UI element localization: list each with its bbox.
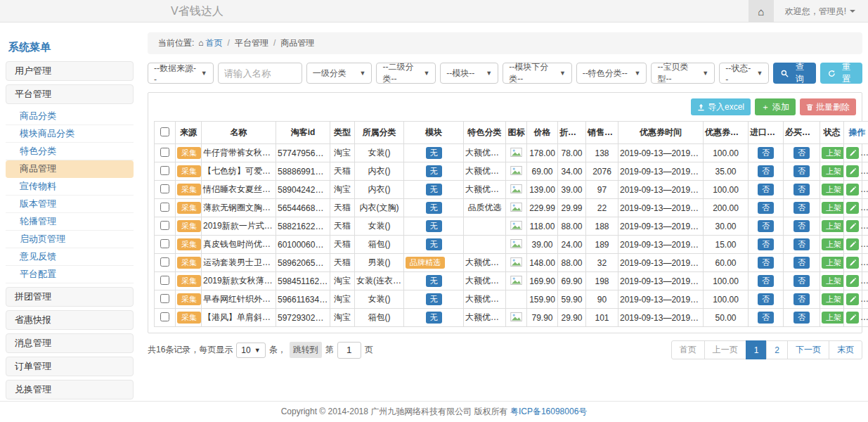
module-badge[interactable]: 无 bbox=[426, 147, 442, 159]
row-checkbox[interactable] bbox=[160, 148, 169, 157]
sidebar-link[interactable]: 模块商品分类 bbox=[6, 125, 134, 143]
per-page-select[interactable]: 10 ▼ bbox=[236, 343, 265, 358]
select-all-checkbox[interactable] bbox=[160, 127, 169, 136]
sidebar-section[interactable]: 兑换管理 bbox=[6, 380, 134, 399]
import-select-badge[interactable]: 否 bbox=[758, 257, 774, 269]
edit-button[interactable] bbox=[846, 165, 859, 177]
import-select-badge[interactable]: 否 bbox=[758, 293, 774, 305]
row-checkbox[interactable] bbox=[160, 166, 169, 175]
sidebar-link[interactable]: 商品分类 bbox=[6, 108, 134, 125]
import-select-badge[interactable]: 否 bbox=[758, 147, 774, 159]
import-select-badge[interactable]: 否 bbox=[758, 184, 774, 196]
must-buy-badge[interactable]: 否 bbox=[793, 220, 810, 232]
page-button[interactable]: 1 bbox=[746, 340, 767, 359]
module-badge[interactable]: 无 bbox=[426, 293, 442, 305]
status-badge[interactable]: 上架 bbox=[822, 165, 844, 177]
row-checkbox[interactable] bbox=[160, 312, 169, 321]
sidebar-section[interactable]: 平台管理 bbox=[6, 84, 134, 104]
filter-select[interactable]: --二级分类--▼ bbox=[376, 63, 436, 84]
status-badge[interactable]: 上架 bbox=[822, 275, 844, 287]
module-badge[interactable]: 无 bbox=[426, 312, 442, 324]
import-select-badge[interactable]: 否 bbox=[758, 275, 774, 287]
edit-button[interactable] bbox=[846, 147, 859, 159]
sidebar-link[interactable]: 启动页管理 bbox=[6, 231, 134, 248]
import-select-badge[interactable]: 否 bbox=[758, 202, 774, 214]
jump-button[interactable]: 跳转到 bbox=[290, 342, 322, 358]
status-badge[interactable]: 上架 bbox=[822, 147, 844, 159]
add-button[interactable]: ＋ 添加 bbox=[755, 98, 796, 115]
module-badge[interactable]: 无 bbox=[426, 184, 442, 196]
edit-button[interactable] bbox=[846, 238, 859, 250]
must-buy-badge[interactable]: 否 bbox=[793, 293, 810, 305]
sidebar-link[interactable]: 宣传物料 bbox=[6, 178, 134, 196]
status-badge[interactable]: 上架 bbox=[822, 202, 844, 214]
filter-select[interactable]: --状态--▼ bbox=[719, 63, 769, 84]
name-search-input[interactable] bbox=[218, 63, 302, 84]
module-badge[interactable]: 无 bbox=[426, 165, 442, 177]
sidebar-section[interactable]: 消息管理 bbox=[6, 333, 134, 353]
sidebar-link[interactable]: 商品管理 bbox=[6, 160, 134, 178]
edit-button[interactable] bbox=[846, 312, 859, 324]
status-badge[interactable]: 上架 bbox=[822, 184, 844, 196]
must-buy-badge[interactable]: 否 bbox=[793, 275, 810, 287]
sidebar-link[interactable]: 版本管理 bbox=[6, 196, 134, 213]
row-checkbox[interactable] bbox=[160, 221, 169, 230]
search-button[interactable]: 查询 bbox=[773, 63, 815, 84]
sidebar-section[interactable]: 用户管理 bbox=[6, 61, 134, 81]
status-badge[interactable]: 上架 bbox=[822, 293, 844, 305]
row-checkbox[interactable] bbox=[160, 184, 169, 193]
import-select-badge[interactable]: 否 bbox=[758, 165, 774, 177]
status-badge[interactable]: 上架 bbox=[822, 220, 844, 232]
home-icon[interactable]: ⌂ bbox=[749, 0, 774, 23]
edit-button[interactable] bbox=[846, 275, 859, 287]
status-badge[interactable]: 上架 bbox=[822, 312, 844, 324]
sidebar-link[interactable]: 特色分类 bbox=[6, 143, 134, 160]
row-checkbox[interactable] bbox=[160, 239, 169, 248]
status-badge[interactable]: 上架 bbox=[822, 257, 844, 269]
must-buy-badge[interactable]: 否 bbox=[793, 312, 810, 324]
user-menu[interactable]: 欢迎您，管理员! bbox=[774, 0, 868, 23]
must-buy-badge[interactable]: 否 bbox=[793, 184, 810, 196]
must-buy-badge[interactable]: 否 bbox=[793, 165, 810, 177]
must-buy-badge[interactable]: 否 bbox=[793, 202, 810, 214]
import-select-badge[interactable]: 否 bbox=[758, 220, 774, 232]
import-select-badge[interactable]: 否 bbox=[758, 238, 774, 250]
filter-select[interactable]: --特色分类--▼ bbox=[576, 63, 647, 84]
edit-button[interactable] bbox=[846, 184, 859, 196]
reset-button[interactable]: 重置 bbox=[820, 63, 862, 84]
batch-delete-button[interactable]: 批量删除 bbox=[800, 98, 856, 115]
row-checkbox[interactable] bbox=[160, 203, 169, 212]
import-excel-button[interactable]: 导入excel bbox=[691, 98, 751, 115]
filter-select[interactable]: --数据来源--▼ bbox=[148, 63, 214, 84]
module-badge[interactable]: 无 bbox=[426, 238, 442, 250]
module-badge[interactable]: 无 bbox=[426, 220, 442, 232]
edit-button[interactable] bbox=[846, 257, 859, 269]
sidebar-section[interactable]: 省惠快报 bbox=[6, 310, 134, 330]
row-checkbox[interactable] bbox=[160, 257, 169, 267]
status-badge[interactable]: 上架 bbox=[822, 238, 844, 250]
filter-select[interactable]: --模块--▼ bbox=[440, 63, 498, 84]
must-buy-badge[interactable]: 否 bbox=[793, 147, 810, 159]
must-buy-badge[interactable]: 否 bbox=[793, 257, 810, 269]
filter-select[interactable]: --宝贝类型--▼ bbox=[651, 63, 715, 84]
edit-button[interactable] bbox=[846, 293, 859, 305]
filter-select[interactable]: 一级分类▼ bbox=[306, 63, 373, 84]
filter-select[interactable]: --模块下分类--▼ bbox=[503, 63, 572, 84]
edit-button[interactable] bbox=[846, 220, 859, 232]
row-checkbox[interactable] bbox=[160, 294, 169, 303]
sidebar-link[interactable]: 平台配置 bbox=[6, 266, 134, 283]
sidebar-section[interactable]: 拼团管理 bbox=[6, 287, 134, 307]
sidebar-section[interactable]: 订单管理 bbox=[6, 357, 134, 376]
module-badge[interactable]: 无 bbox=[426, 275, 442, 287]
page-button[interactable]: 2 bbox=[766, 340, 788, 359]
module-badge[interactable]: 无 bbox=[426, 202, 442, 214]
page-button[interactable]: 下一页 bbox=[787, 340, 829, 359]
breadcrumb-home-link[interactable]: 首页 bbox=[206, 38, 223, 48]
edit-button[interactable] bbox=[846, 202, 859, 214]
page-button[interactable]: 末页 bbox=[829, 340, 862, 359]
sidebar-link[interactable]: 轮播管理 bbox=[6, 213, 134, 231]
icp-link[interactable]: 粤ICP备16098006号 bbox=[510, 406, 587, 418]
sidebar-link[interactable]: 意见反馈 bbox=[6, 248, 134, 266]
jump-page-input[interactable] bbox=[337, 342, 361, 359]
must-buy-badge[interactable]: 否 bbox=[793, 238, 810, 250]
